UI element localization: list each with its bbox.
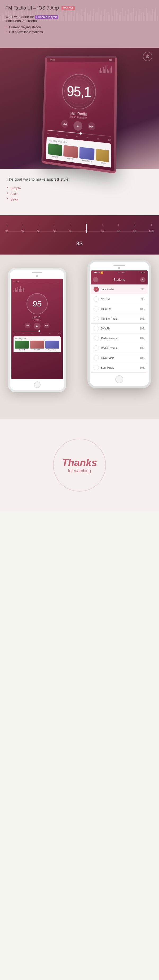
station-freq-5: 102. [140,337,145,340]
page-title: FM Radio UI – iOS 7 App [5,5,59,11]
screen-item-2: List of available stations [5,30,154,35]
you-may-like-section: You May Also Like Jam FM Lite FM Radi [46,137,111,168]
station-row[interactable]: Soul Music 103. [91,363,148,373]
status-left: 100% [49,59,55,61]
status-right: 3G [109,59,112,61]
thanks-big-text: Thanks [62,457,97,469]
playback-controls: ◀◀ ▶ ▶▶ [47,119,111,134]
play-button[interactable]: ▶ [73,121,83,131]
back-you-may-like: You May Like [15,338,59,340]
phone-front: ●●●●○ 🛜 4:34 PM 100% ← Stations + ♪ Jam … [87,260,151,388]
front-status-battery: 100% [140,272,145,274]
station-icon-8 [94,365,99,370]
freq-100: 100 [149,230,154,233]
device-section-2: FM Ra... 95 [0,255,159,419]
station-row[interactable]: Yeil FM 99. [91,294,148,304]
radio-frequency-circle: 95,1 [62,74,96,110]
station-row[interactable]: Radio Paloma 102. [91,334,148,343]
thumb-2: Lite FM [64,145,78,161]
phone-back: FM Ra... 95 [8,268,66,392]
freq-99: 99 [133,230,136,233]
station-row[interactable]: Tiki Bar Radio 101. [91,314,148,324]
frequency-display: 95,1 [67,83,91,100]
svg-rect-97 [155,8,156,21]
station-icon-5 [94,336,99,341]
back-play-btn[interactable]: ▶ [33,323,41,329]
station-freq-6: 102. [140,347,145,350]
freq-98: 98 [117,230,120,233]
back-station-sub: Jesse... [14,319,61,321]
station-name-8: Soul Music [101,366,138,369]
back-thumb-1: Jam FM [15,340,29,351]
front-home-btn[interactable] [115,375,123,383]
station-row[interactable]: SKY.FM 101. [91,324,148,334]
speaker-front [113,265,126,266]
phone-mockup-main: 100% 3G 95,1 [41,56,117,174]
freq-93: 93 [37,230,40,233]
freq-95: 95 [69,230,72,233]
back-home-btn[interactable] [34,382,41,388]
station-freq-3: 101. [140,317,145,320]
back-freq: 95 [33,299,41,308]
device-section-1: ⏻ 100% 3G [0,48,159,169]
back-prev-btn[interactable]: ◀◀ [25,323,30,328]
tuner-track[interactable]: 91 92 93 94 95 96 97 98 99 100 [5,223,154,239]
svg-rect-1 [2,13,3,21]
station-freq-4: 101. [140,327,145,330]
back-arrow-icon[interactable]: ← [93,277,98,282]
back-thumb-3: Radio Track [45,340,59,351]
station-icon-2 [94,306,99,312]
station-name-6: Radio Expres [101,347,138,350]
thumb-4: More [96,149,109,165]
power-icon[interactable]: ⏻ [143,52,153,61]
station-name-3: Tiki Bar Radio [101,317,138,320]
station-freq-8: 103. [140,366,145,369]
station-row[interactable]: Luxe FM 100. [91,304,148,314]
back-next-btn[interactable]: ▶▶ [44,323,49,328]
header-desc: Work was done for Dribbble Playoff It in… [5,15,154,23]
station-freq-1: 99. [141,298,145,301]
station-icon-1 [94,296,99,302]
front-status-time: 4:34 PM [118,272,126,274]
back-thumb-2: Lite FM [30,340,44,351]
tuner-section: 91 92 93 94 95 96 97 98 99 100 3S [0,215,159,255]
style-sexy: Sexy [6,197,153,202]
camera-front [118,267,120,269]
thanks-circle: Thanks for watching [53,439,106,492]
back-station-name: Jam R... [14,316,61,319]
station-freq-0: 95. [141,288,145,291]
camera-back [36,275,38,277]
thanks-small-text: for watching [68,469,91,473]
svg-rect-98 [157,16,158,21]
freq-94: 94 [53,230,56,233]
station-row[interactable]: Radio Expres 102. [91,343,148,353]
next-button[interactable]: ▶▶ [88,122,95,130]
style-list: Simple Slick Sexy [6,185,153,202]
dribbble-link[interactable]: Dribbble Playoff [35,15,58,19]
station-icon-6 [94,345,99,351]
freq-91: 91 [5,230,8,233]
header-section: FM Radio UI – iOS 7 App free psd Work wa… [0,0,159,48]
freq-96: 96 [85,230,88,233]
tuner-active-label: 3S [76,240,83,246]
station-name-0: Jam Radio [101,288,139,291]
station-icon-4 [94,326,99,331]
back-phone-screen: FM Ra... 95 [11,278,63,379]
freq-92: 92 [21,230,24,233]
station-row[interactable]: Love Radio 103. [91,353,148,363]
style-simple: Simple [6,185,153,191]
back-status-left: FM Ra... [14,281,21,283]
station-freq-7: 103. [140,356,145,360]
station-icon-3 [94,316,99,321]
station-row[interactable]: ♪ Jam Radio 95. [91,285,148,294]
prev-button[interactable]: ◀◀ [61,120,68,128]
station-name-2: Luxe FM [101,307,138,310]
speaker-back [32,272,42,273]
style-slick: Slick [6,191,153,197]
svg-rect-2 [3,14,4,21]
front-status-bar: ●●●●○ 🛜 4:34 PM 100% [91,270,148,275]
style-section: The goal was to make app 3S style: Simpl… [0,169,159,215]
station-name-4: SKY.FM [101,327,138,330]
add-icon[interactable]: + [140,277,145,282]
station-freq-2: 100. [140,307,145,310]
